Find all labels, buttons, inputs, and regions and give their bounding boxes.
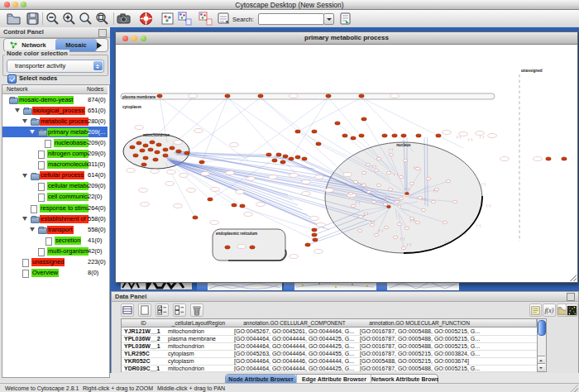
node[interactable]: [193, 216, 198, 219]
table-scrollbar[interactable]: [537, 318, 547, 372]
node-color-dropdown[interactable]: transporter activity: [7, 60, 104, 73]
node[interactable]: [312, 130, 317, 133]
node[interactable]: [399, 175, 403, 178]
node[interactable]: [163, 154, 168, 157]
unselect-columns-icon[interactable]: [173, 304, 186, 317]
node[interactable]: [404, 227, 409, 229]
node[interactable]: [376, 184, 380, 186]
select-all-columns-icon[interactable]: [121, 304, 134, 317]
table-column-header[interactable]: _cellularLayoutRegion: [165, 319, 232, 327]
zoom-out-icon[interactable]: [45, 12, 60, 26]
matrix-icon[interactable]: [566, 304, 578, 317]
new-column-icon[interactable]: [138, 304, 151, 317]
annotation-icon[interactable]: [217, 12, 231, 26]
node[interactable]: [370, 223, 374, 226]
tree-row[interactable]: secretion41(0): [2, 235, 108, 246]
node[interactable]: [280, 160, 285, 164]
node[interactable]: [384, 226, 388, 228]
zoom-selected-icon[interactable]: [79, 12, 93, 26]
table-cell[interactable]: [GO:0044464, GO:0044446, GO:0044444, G..…: [232, 357, 357, 365]
tree-row[interactable]: macromolecule311(0): [2, 160, 108, 170]
table-cell[interactable]: plasma membrane: [165, 335, 232, 342]
table-column-header[interactable]: ID: [122, 319, 166, 327]
resize-grip[interactable]: [570, 275, 577, 281]
table-cell[interactable]: YPL036W__2: [122, 335, 165, 342]
node[interactable]: [359, 94, 364, 98]
node[interactable]: [276, 153, 281, 156]
node[interactable]: [153, 158, 158, 161]
search-options-icon[interactable]: [338, 12, 352, 26]
float-panel-icon[interactable]: [567, 293, 575, 301]
expander-icon[interactable]: [15, 108, 20, 115]
table-cell[interactable]: [GO:0016787, GO:0005488, GO:0005215, G..…: [357, 365, 481, 372]
tree-row[interactable]: transport558(0): [2, 224, 108, 235]
node[interactable]: [225, 94, 230, 98]
zoom-in-icon[interactable]: [62, 12, 76, 26]
expander-icon[interactable]: [22, 119, 27, 126]
table-cell[interactable]: YLR295C: [122, 350, 165, 357]
node[interactable]: [289, 157, 294, 160]
network-canvas[interactable]: (···)(···)(···)(···)(···)(···)(···)(···)…: [116, 45, 576, 281]
tree-row[interactable]: establishment of lo558(0): [2, 213, 108, 224]
table-cell[interactable]: cytoplasm: [165, 350, 232, 357]
select-nodes-checkbox[interactable]: [7, 74, 17, 84]
node[interactable]: [426, 177, 430, 179]
node[interactable]: [335, 122, 340, 125]
notes-icon[interactable]: [529, 304, 542, 317]
node[interactable]: [240, 204, 245, 208]
table-cell[interactable]: YPL036W__1: [122, 342, 165, 350]
node[interactable]: [342, 134, 347, 137]
tree-row[interactable]: cellular metabol209(0): [2, 181, 108, 192]
node[interactable]: [415, 167, 419, 170]
delete-column-icon[interactable]: [190, 304, 203, 317]
node[interactable]: [366, 163, 370, 165]
node[interactable]: [313, 238, 318, 241]
node[interactable]: [170, 146, 175, 150]
tree-row[interactable]: nitrogen compo209(0): [2, 149, 108, 160]
table-cell[interactable]: mitochondrion: [165, 327, 232, 335]
node[interactable]: [326, 94, 331, 98]
node[interactable]: [141, 163, 146, 166]
node[interactable]: [184, 151, 189, 155]
table-cell[interactable]: mitochondrion: [165, 365, 232, 372]
node[interactable]: [446, 179, 450, 182]
node[interactable]: [155, 151, 160, 154]
node[interactable]: [386, 171, 390, 174]
search-dropdown-icon[interactable]: [323, 13, 334, 25]
overview-icon[interactable]: [160, 12, 175, 26]
node[interactable]: [283, 155, 288, 158]
tree-row[interactable]: unassigned223(0): [2, 257, 108, 268]
table-cell[interactable]: [GO:0044464, GO:0044444, GO:0044425, G..…: [232, 365, 357, 372]
node[interactable]: [295, 130, 300, 133]
node[interactable]: [376, 157, 380, 160]
node[interactable]: [452, 200, 457, 203]
float-panel-icon[interactable]: [98, 29, 107, 37]
node[interactable]: [351, 136, 356, 140]
search-input[interactable]: [258, 13, 324, 25]
table-cell[interactable]: cytoplasm: [165, 357, 232, 365]
export-network-icon[interactable]: [199, 12, 213, 26]
tree-row[interactable]: primary metabo209(...: [2, 127, 108, 137]
node[interactable]: [208, 198, 213, 201]
tree-row[interactable]: biological_process651(0): [2, 105, 108, 116]
tree-row[interactable]: mosaic-demo-yeast874(0): [2, 94, 108, 105]
dropdown-stepper-icon[interactable]: [93, 61, 103, 70]
node[interactable]: [316, 142, 321, 146]
tree-row[interactable]: metabolic process280(0): [2, 116, 108, 127]
node[interactable]: [382, 134, 387, 137]
node[interactable]: [143, 156, 148, 160]
node[interactable]: [399, 197, 403, 199]
node[interactable]: [409, 182, 414, 184]
plasma-membrane-region[interactable]: [121, 93, 495, 99]
table-cell[interactable]: [GO:0005488, GO:0005215, GO:0003674]: [357, 357, 481, 365]
node[interactable]: [434, 188, 438, 190]
node[interactable]: [395, 200, 399, 203]
node[interactable]: [415, 221, 419, 223]
node[interactable]: [150, 141, 155, 144]
table-cell[interactable]: [GO:0016787, GO:0005215, GO:0003824, G..…: [357, 350, 481, 357]
window-titlebar[interactable]: Cytoscape Desktop (New Session): [0, 0, 579, 10]
select-columns-icon[interactable]: [156, 304, 169, 317]
expander-icon[interactable]: [30, 130, 35, 136]
node[interactable]: [140, 149, 145, 152]
node[interactable]: [272, 159, 277, 162]
